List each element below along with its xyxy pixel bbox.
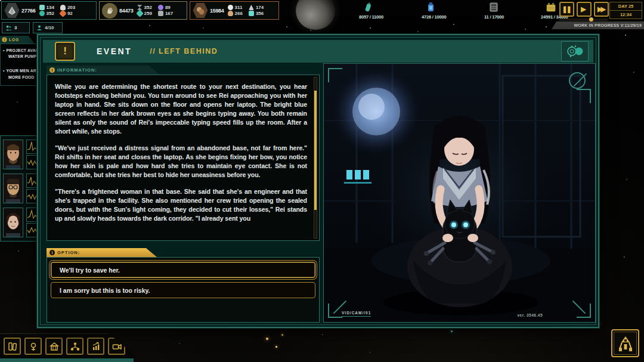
journal-button[interactable] xyxy=(4,338,21,355)
crew-icon xyxy=(5,24,12,31)
options-box: We'll try to save her. I am sorry but th… xyxy=(47,257,320,323)
event-paragraph: While you are determining the shortest r… xyxy=(55,82,307,136)
crew-portrait-1[interactable] xyxy=(3,140,23,169)
surface-light xyxy=(451,330,453,332)
storage-meter: 11 / 17000 xyxy=(483,1,540,20)
stats-icon xyxy=(91,341,101,352)
version-bar: WORK IN PROGRESS V:11/29/19 xyxy=(552,21,644,29)
scrollbar[interactable] xyxy=(314,77,317,239)
lander-button[interactable] xyxy=(611,329,639,357)
crew-count-badge[interactable]: 3 xyxy=(2,22,30,33)
event-paragraph: "There's a frightened woman in that base… xyxy=(55,187,307,223)
location-icon xyxy=(28,341,39,352)
cam-label: VID/CAM//01 xyxy=(342,311,371,317)
lens-icon xyxy=(566,45,584,58)
oxygen-meter: 8057 / 11000 xyxy=(358,1,415,20)
info-icon: i xyxy=(49,250,55,255)
time-label: 12:34 xyxy=(610,11,642,18)
play-button[interactable]: ▶ xyxy=(577,2,592,17)
option-tab: i OPTION: xyxy=(47,248,157,257)
crew-portrait-2[interactable] xyxy=(3,174,23,203)
oxygen-tank-icon xyxy=(364,2,372,15)
surface-light xyxy=(281,334,283,336)
clay-icon xyxy=(193,3,208,18)
base-button[interactable] xyxy=(45,338,63,355)
option-button-save-her[interactable]: We'll try to save her. xyxy=(51,262,315,278)
metal-icon xyxy=(4,3,20,18)
organics-total: 15984 xyxy=(210,8,224,14)
crew-tree-button[interactable] xyxy=(66,338,83,355)
rock-icon xyxy=(102,3,117,18)
info-icon: i xyxy=(2,37,7,42)
amethyst-icon xyxy=(158,5,163,10)
crew-portrait-3[interactable] xyxy=(3,208,23,237)
cotton-icon xyxy=(228,5,233,10)
crew-tree-icon xyxy=(70,341,80,352)
resource-group-minerals[interactable]: 84473 352 89 259 167 xyxy=(99,1,187,20)
event-dialog: ! EVENT // LEFT BEHIND i INFORMATION: Wh… xyxy=(37,34,599,328)
capacity-badge[interactable]: 4/10 xyxy=(33,22,63,33)
frame-corner xyxy=(577,89,591,103)
crystal-icon xyxy=(59,10,67,17)
dialog-title: EVENT xyxy=(97,47,132,56)
alloy-icon xyxy=(158,11,163,16)
exclamation-icon: ! xyxy=(55,42,75,61)
dialog-subtitle: // LEFT BEHIND xyxy=(150,47,218,55)
scrollbar-thumb[interactable] xyxy=(314,91,317,210)
resin-icon xyxy=(228,11,233,16)
resource-group-organics[interactable]: 15984 311 174 266 356 xyxy=(190,1,279,20)
information-tab: i INFORMATION: xyxy=(47,66,160,75)
event-dialog-header: ! EVENT // LEFT BEHIND xyxy=(43,40,593,63)
speed-slider[interactable] xyxy=(558,18,608,21)
resource-group-metals[interactable]: 27766 134 203 352 92 xyxy=(1,1,97,20)
journal-icon xyxy=(7,341,18,352)
quartz-icon xyxy=(249,5,254,10)
storage-icon xyxy=(489,2,499,15)
pause-button[interactable]: ❚❚ xyxy=(559,2,574,17)
log-tab: i LOG xyxy=(0,36,35,44)
location-button[interactable] xyxy=(24,338,42,355)
mineral-icon xyxy=(39,11,45,16)
frame-corner xyxy=(328,68,342,82)
glass-icon xyxy=(249,11,254,16)
camera-toggle-button[interactable] xyxy=(561,41,589,61)
mineral-total: 84473 xyxy=(119,8,134,14)
event-artwork xyxy=(324,64,595,322)
water-tank-icon xyxy=(426,2,435,15)
stats-button[interactable] xyxy=(87,338,104,355)
svg-text:i: i xyxy=(4,38,5,42)
event-paragraph: "We've just received a distress signal f… xyxy=(55,144,307,180)
version-label: ver. 3546.45 xyxy=(517,313,543,317)
toolbar-base-strip xyxy=(0,358,134,362)
metal-total: 27766 xyxy=(21,8,36,14)
base-icon xyxy=(49,341,60,352)
lander-icon xyxy=(617,335,634,352)
fast-forward-button[interactable]: ▶▶ xyxy=(594,2,609,17)
silica-icon xyxy=(136,10,144,17)
event-image-panel: VID/CAM//01 ver. 3546.45 xyxy=(323,63,596,323)
water-meter: 4726 / 10000 xyxy=(420,1,478,20)
information-text-box: While you are determining the shortest r… xyxy=(47,75,320,241)
ice-icon xyxy=(39,5,45,10)
person-icon xyxy=(36,24,42,31)
info-icon: i xyxy=(49,67,55,73)
surface-light xyxy=(266,338,268,340)
option-button-too-risky[interactable]: I am sorry but this is too risky. xyxy=(51,282,315,298)
battery-icon xyxy=(546,2,556,15)
surface-light xyxy=(275,346,277,348)
speed-slider-handle[interactable] xyxy=(589,17,593,21)
crew-panel xyxy=(0,135,40,242)
day-time-display: DAY 25 12:34 xyxy=(609,2,642,19)
day-label: DAY 25 xyxy=(610,2,642,11)
reticle-decoration xyxy=(569,72,586,89)
